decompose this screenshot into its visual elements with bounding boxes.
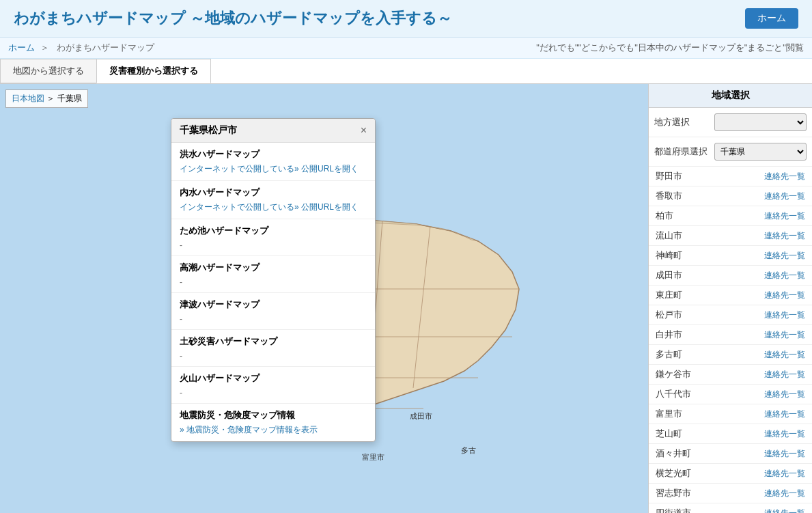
list-item: 八千代市連絡先一覧: [649, 385, 812, 404]
tab-map[interactable]: 地図から選択する: [0, 59, 97, 83]
city-name: 八千代市: [656, 388, 691, 400]
popup-flood-link[interactable]: インターネットで公開している» 公開URLを開く: [180, 164, 359, 174]
breadcrumb-sep1: ＞: [40, 42, 49, 53]
list-item: 野田市連絡先一覧: [649, 167, 812, 186]
sidebar-region-select[interactable]: [714, 113, 807, 131]
home-button[interactable]: ホーム: [745, 8, 798, 29]
popup-section-inland-flood: 内水ハザードマップ インターネットで公開している» 公開URLを開く: [171, 181, 375, 219]
breadcrumb-current: わがまちハザードマップ: [57, 42, 154, 53]
breadcrumb-bar: ホーム ＞ わがまちハザードマップ "だれでも""どこからでも"日本中のハザード…: [0, 38, 812, 59]
sidebar: 地域選択 地方選択 都道府県選択 千葉県 野田市連絡先一覧香取市連絡先一覧柏市連…: [648, 84, 812, 513]
popup-section-pond: ため池ハザードマップ -: [171, 219, 375, 256]
city-name: 野田市: [656, 170, 682, 182]
city-name: 東庄町: [656, 289, 682, 301]
svg-text:多古: 多古: [461, 446, 476, 454]
svg-text:富里市: 富里市: [362, 453, 384, 461]
breadcrumb: ホーム ＞ わがまちハザードマップ: [8, 42, 157, 54]
contact-list-link[interactable]: 連絡先一覧: [764, 369, 805, 380]
list-item: 多古町連絡先一覧: [649, 345, 812, 365]
popup-body: 洪水ハザードマップ インターネットで公開している» 公開URLを開く 内水ハザー…: [171, 143, 375, 441]
list-item: 成田市連絡先一覧: [649, 266, 812, 286]
city-name: 四街道市: [656, 507, 691, 513]
header: わがまちハザードマップ ～地域のハザードマップを入手する～ ホーム: [0, 0, 812, 38]
contact-list-link[interactable]: 連絡先一覧: [764, 488, 805, 499]
map-breadcrumb-japan[interactable]: 日本地図: [12, 94, 44, 103]
breadcrumb-home[interactable]: ホーム: [8, 42, 35, 53]
popup-landslide-title: 土砂災害ハザードマップ: [180, 335, 367, 348]
popup-section-landslide: 土砂災害ハザードマップ -: [171, 330, 375, 367]
contact-list-link[interactable]: 連絡先一覧: [764, 329, 805, 341]
list-item: 香取市連絡先一覧: [649, 186, 812, 206]
popup-inland-title: 内水ハザードマップ: [180, 186, 367, 199]
contact-list-link[interactable]: 連絡先一覧: [764, 191, 805, 202]
popup-section-tsunami: 津波ハザードマップ -: [171, 293, 375, 330]
popup-tsunami-title: 津波ハザードマップ: [180, 299, 367, 311]
contact-list-link[interactable]: 連絡先一覧: [764, 448, 805, 460]
contact-list-link[interactable]: 連絡先一覧: [764, 250, 805, 262]
list-item: 芝山町連絡先一覧: [649, 424, 812, 444]
contact-list-link[interactable]: 連絡先一覧: [764, 230, 805, 242]
contact-list-link[interactable]: 連絡先一覧: [764, 171, 805, 182]
map-breadcrumb: 日本地図 ＞ 千葉県: [5, 89, 88, 108]
contact-list-link[interactable]: 連絡先一覧: [764, 408, 805, 420]
sidebar-prefecture-select[interactable]: 千葉県: [714, 143, 807, 161]
map-breadcrumb-sep: ＞: [46, 94, 57, 103]
list-item: 流山市連絡先一覧: [649, 226, 812, 246]
tab-disaster[interactable]: 災害種別から選択する: [96, 59, 211, 83]
list-item: 東庄町連絡先一覧: [649, 286, 812, 305]
city-name: 神崎町: [656, 249, 682, 262]
map-breadcrumb-pref: 千葉県: [57, 94, 82, 103]
sidebar-region-label: 地方選択: [654, 116, 709, 128]
map-area[interactable]: 日本地図 ＞ 千葉県: [0, 84, 648, 513]
city-name: 酒々井町: [656, 447, 691, 460]
city-name: 横芝光町: [656, 467, 691, 480]
tabs: 地図から選択する 災害種別から選択する: [0, 59, 812, 84]
sidebar-header: 地域選択: [649, 84, 812, 108]
popup-landslide-value: -: [180, 351, 182, 361]
city-popup: 千葉県松戸市 × 洪水ハザードマップ インターネットで公開している» 公開URL…: [171, 118, 376, 442]
popup-tide-value: -: [180, 277, 182, 287]
popup-pond-value: -: [180, 240, 182, 250]
popup-title: 千葉県松戸市: [180, 124, 237, 137]
list-item: 鎌ケ谷市連絡先一覧: [649, 365, 812, 385]
contact-list-link[interactable]: 連絡先一覧: [764, 428, 805, 440]
contact-list-link[interactable]: 連絡先一覧: [764, 309, 805, 321]
popup-tide-title: 高潮ハザードマップ: [180, 262, 367, 274]
city-name: 習志野市: [656, 487, 691, 499]
popup-flood-title: 洪水ハザードマップ: [180, 148, 367, 161]
contact-list-link[interactable]: 連絡先一覧: [764, 508, 805, 514]
contact-list-link[interactable]: 連絡先一覧: [764, 290, 805, 301]
sidebar-prefecture-label: 都道府県選択: [654, 145, 709, 158]
city-name: 香取市: [656, 190, 682, 202]
list-item: 横芝光町連絡先一覧: [649, 464, 812, 484]
list-item: 富里市連絡先一覧: [649, 404, 812, 424]
popup-inland-link[interactable]: インターネットで公開している» 公開URLを開く: [180, 202, 359, 212]
popup-tsunami-value: -: [180, 314, 182, 324]
sidebar-prefecture-section: 都道府県選択 千葉県: [649, 137, 812, 167]
list-item: 柏市連絡先一覧: [649, 206, 812, 226]
list-item: 白井市連絡先一覧: [649, 325, 812, 345]
popup-close-button[interactable]: ×: [361, 124, 367, 137]
main-content: 日本地図 ＞ 千葉県: [0, 84, 812, 513]
city-name: 柏市: [656, 210, 673, 222]
list-item: 習志野市連絡先一覧: [649, 484, 812, 503]
city-name: 成田市: [656, 269, 682, 281]
page-title: わがまちハザードマップ ～地域のハザードマップを入手する～: [14, 8, 452, 29]
popup-earthquake-link[interactable]: » 地震防災・危険度マップ情報を表示: [180, 425, 318, 434]
city-name: 芝山町: [656, 428, 682, 440]
subtitle: "だれでも""どこからでも"日本中のハザードマップを"まるごと"閲覧: [536, 42, 804, 54]
contact-list-link[interactable]: 連絡先一覧: [764, 349, 805, 361]
city-name: 流山市: [656, 230, 682, 242]
contact-list-link[interactable]: 連絡先一覧: [764, 270, 805, 281]
popup-section-tide: 高潮ハザードマップ -: [171, 256, 375, 293]
contact-list-link[interactable]: 連絡先一覧: [764, 210, 805, 222]
list-item: 松戸市連絡先一覧: [649, 305, 812, 325]
sidebar-city-list: 野田市連絡先一覧香取市連絡先一覧柏市連絡先一覧流山市連絡先一覧神崎町連絡先一覧成…: [649, 167, 812, 513]
city-name: 松戸市: [656, 309, 682, 321]
popup-pond-title: ため池ハザードマップ: [180, 225, 367, 237]
popup-section-earthquake: 地震防災・危険度マップ情報 » 地震防災・危険度マップ情報を表示: [171, 404, 375, 441]
popup-section-volcano: 火山ハザードマップ -: [171, 367, 375, 404]
contact-list-link[interactable]: 連絡先一覧: [764, 468, 805, 480]
svg-text:成田市: 成田市: [410, 412, 432, 420]
contact-list-link[interactable]: 連絡先一覧: [764, 389, 805, 400]
